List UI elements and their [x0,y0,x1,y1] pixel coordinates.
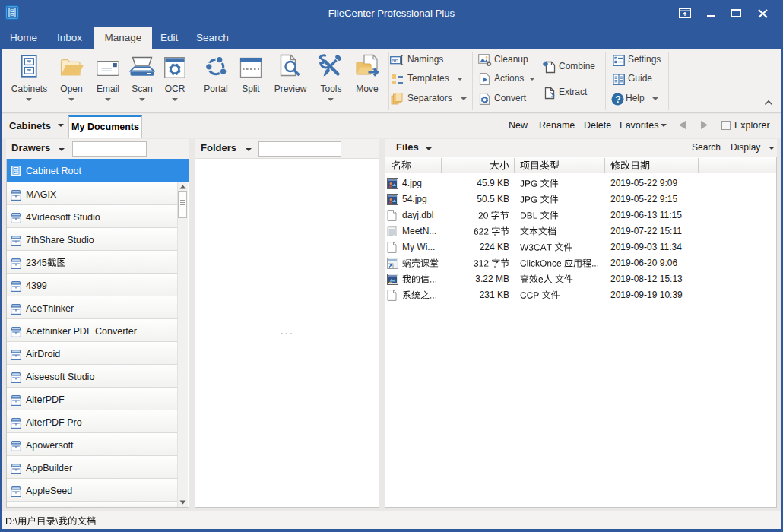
svg-text:ab: ab [392,57,398,64]
svg-text:?: ? [615,94,620,105]
